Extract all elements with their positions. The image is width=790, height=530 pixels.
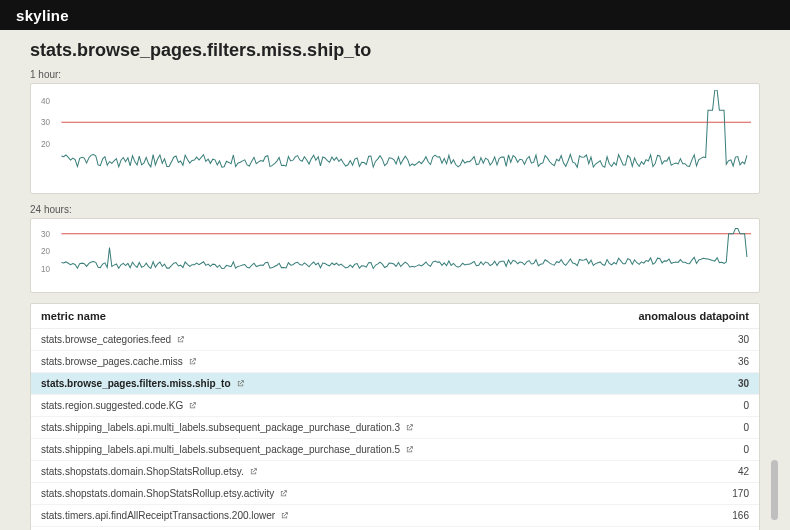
- share-icon: [249, 467, 258, 476]
- metric-name-text: stats.timers.api.findAllReceiptTransacti…: [41, 510, 275, 521]
- share-icon: [405, 445, 414, 454]
- metric-value-cell: 0: [743, 422, 749, 433]
- chart-24-hours-svg[interactable]: 102030: [39, 225, 751, 286]
- metric-name-text: stats.shipping_labels.api.multi_labels.s…: [41, 444, 400, 455]
- share-icon: [405, 423, 414, 432]
- scrollbar-thumb[interactable]: [771, 460, 778, 520]
- share-icon: [188, 357, 197, 366]
- metric-name-text: stats.browse_categories.feed: [41, 334, 171, 345]
- metric-name-cell: stats.shipping_labels.api.multi_labels.s…: [41, 444, 414, 455]
- metric-name-cell: stats.region.suggested.code.KG: [41, 400, 197, 411]
- table-row[interactable]: stats.shipping_labels.api.multi_labels.s…: [31, 417, 759, 439]
- column-header-name[interactable]: metric name: [41, 310, 106, 322]
- table-row[interactable]: stats.shopstats.domain.ShopStatsRollup.e…: [31, 461, 759, 483]
- metric-value-cell: 166: [732, 510, 749, 521]
- svg-text:20: 20: [41, 247, 51, 256]
- svg-text:30: 30: [41, 229, 51, 238]
- metric-value-cell: 42: [738, 466, 749, 477]
- metrics-table: metric name anomalous datapoint stats.br…: [30, 303, 760, 530]
- chart-24-hours-section: 24 hours: 102030: [30, 204, 760, 293]
- table-row[interactable]: stats.timers.api.findAllReceiptTransacti…: [31, 527, 759, 530]
- metric-name-cell: stats.browse_pages.cache.miss: [41, 356, 197, 367]
- table-row[interactable]: stats.browse_pages.filters.miss.ship_to3…: [31, 373, 759, 395]
- table-row[interactable]: stats.browse_categories.feed30: [31, 329, 759, 351]
- metric-value-cell: 30: [738, 378, 749, 389]
- metric-name-text: stats.browse_pages.filters.miss.ship_to: [41, 378, 231, 389]
- column-header-value[interactable]: anomalous datapoint: [638, 310, 749, 322]
- table-row[interactable]: stats.browse_pages.cache.miss36: [31, 351, 759, 373]
- chart-24-hours-label: 24 hours:: [30, 204, 760, 215]
- metric-name-text: stats.shopstats.domain.ShopStatsRollup.e…: [41, 466, 244, 477]
- chart-1-hour-svg[interactable]: 203040: [39, 90, 751, 187]
- table-header-row: metric name anomalous datapoint: [31, 304, 759, 329]
- metric-name-cell: stats.shipping_labels.api.multi_labels.s…: [41, 422, 414, 433]
- metric-name-cell: stats.shopstats.domain.ShopStatsRollup.e…: [41, 488, 288, 499]
- table-body: stats.browse_categories.feed30stats.brow…: [31, 329, 759, 530]
- chart-1-hour-box: 203040: [30, 83, 760, 194]
- chart-24-hours-box: 102030: [30, 218, 760, 293]
- metric-value-cell: 36: [738, 356, 749, 367]
- svg-text:30: 30: [41, 118, 51, 127]
- metric-value-cell: 30: [738, 334, 749, 345]
- table-row[interactable]: stats.timers.api.findAllReceiptTransacti…: [31, 505, 759, 527]
- metric-name-cell: stats.shopstats.domain.ShopStatsRollup.e…: [41, 466, 258, 477]
- top-bar: skyline: [0, 0, 790, 30]
- share-icon: [280, 511, 289, 520]
- metric-name-text: stats.region.suggested.code.KG: [41, 400, 183, 411]
- page-title: stats.browse_pages.filters.miss.ship_to: [30, 40, 760, 61]
- share-icon: [188, 401, 197, 410]
- metric-value-cell: 170: [732, 488, 749, 499]
- brand-logo[interactable]: skyline: [16, 7, 69, 24]
- table-row[interactable]: stats.shopstats.domain.ShopStatsRollup.e…: [31, 483, 759, 505]
- chart-1-hour-section: 1 hour: 203040: [30, 69, 760, 194]
- metric-name-text: stats.shopstats.domain.ShopStatsRollup.e…: [41, 488, 274, 499]
- svg-text:20: 20: [41, 140, 51, 149]
- chart-1-hour-label: 1 hour:: [30, 69, 760, 80]
- metric-name-text: stats.browse_pages.cache.miss: [41, 356, 183, 367]
- metric-value-cell: 0: [743, 400, 749, 411]
- page-content: stats.browse_pages.filters.miss.ship_to …: [0, 30, 790, 530]
- svg-text:10: 10: [41, 264, 51, 273]
- metric-name-cell: stats.browse_pages.filters.miss.ship_to: [41, 378, 245, 389]
- metric-name-cell: stats.timers.api.findAllReceiptTransacti…: [41, 510, 289, 521]
- share-icon: [279, 489, 288, 498]
- metric-name-cell: stats.browse_categories.feed: [41, 334, 185, 345]
- metric-name-text: stats.shipping_labels.api.multi_labels.s…: [41, 422, 400, 433]
- share-icon: [236, 379, 245, 388]
- table-row[interactable]: stats.region.suggested.code.KG0: [31, 395, 759, 417]
- metric-value-cell: 0: [743, 444, 749, 455]
- share-icon: [176, 335, 185, 344]
- table-row[interactable]: stats.shipping_labels.api.multi_labels.s…: [31, 439, 759, 461]
- svg-text:40: 40: [41, 97, 51, 106]
